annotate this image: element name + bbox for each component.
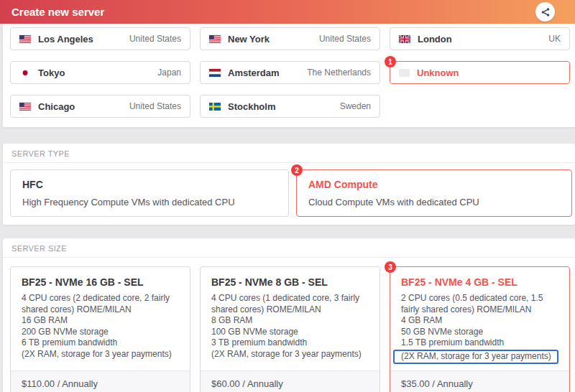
server-size-body: BF25 - NVMe 4 GB - SEL 2 CPU cores (0.5 … <box>390 267 569 370</box>
spec-payment-note-highlighted: (2X RAM, storage for 3 year payments) <box>401 349 558 365</box>
location-city: Unknown <box>417 67 459 78</box>
server-type-card-amd-compute[interactable]: 2 AMD Compute Cloud Compute VMs with ded… <box>296 169 572 217</box>
server-type-title: AMD Compute <box>308 179 560 190</box>
spec-cpu: 2 CPU cores (0.5 dedicated core, 1.5 fai… <box>401 293 558 315</box>
server-size-title: BF25 - NVMe 8 GB - SEL <box>211 276 369 288</box>
server-size-price: $110.00 / Annually <box>11 370 190 392</box>
location-city: New York <box>228 34 270 45</box>
server-type-label: SERVER TYPE <box>3 144 575 163</box>
unknown-flag-placeholder-icon <box>399 69 410 77</box>
server-type-title: HFC <box>22 179 277 190</box>
spec-storage: 200 GB NVMe storage <box>22 327 179 338</box>
spec-bandwidth: 3 TB premium bandwidth <box>211 337 369 349</box>
location-country: United States <box>129 34 181 44</box>
spec-ram: 4 GB RAM <box>401 315 558 327</box>
server-size-card-4gb[interactable]: 3 BF25 - NVMe 4 GB - SEL 2 CPU cores (0.… <box>390 266 570 392</box>
location-country: United States <box>129 101 181 111</box>
page-title: Create new server <box>12 6 535 18</box>
location-city: Stockholm <box>228 101 275 112</box>
server-size-card-8gb[interactable]: BF25 - NVMe 8 GB - SEL 4 CPU cores (1 de… <box>200 266 380 392</box>
location-country: Japan <box>157 67 181 78</box>
server-size-title: BF25 - NVMe 4 GB - SEL <box>401 276 558 288</box>
annotation-badge-2: 2 <box>291 164 303 176</box>
spec-storage: 50 GB NVMe storage <box>401 327 558 338</box>
server-size-panel: SERVER SIZE BF25 - NVMe 16 GB - SEL 4 CP… <box>3 238 575 392</box>
server-size-body: BF25 - NVMe 8 GB - SEL 4 CPU cores (1 de… <box>201 267 380 370</box>
location-card-chicago[interactable]: Chicago United States <box>10 95 190 118</box>
location-card-unknown[interactable]: 1 Unknown <box>390 61 570 84</box>
share-icon <box>540 7 551 17</box>
server-type-panel: SERVER TYPE HFC High Frequency Compute V… <box>3 144 575 225</box>
server-size-body: BF25 - NVMe 16 GB - SEL 4 CPU cores (2 d… <box>11 267 190 370</box>
spec-ram: 16 GB RAM <box>22 315 179 327</box>
spec-payment-note: (2X RAM, storage for 3 year payments) <box>22 349 179 360</box>
location-card-los-angeles[interactable]: Los Angeles United States <box>10 27 190 50</box>
location-country: The Netherlands <box>307 67 371 78</box>
location-city: London <box>418 34 452 45</box>
location-card-amsterdam[interactable]: Amsterdam The Netherlands <box>200 61 380 84</box>
spec-cpu: 4 CPU cores (1 dedicated core, 3 fairly … <box>211 293 369 315</box>
server-size-grid: BF25 - NVMe 16 GB - SEL 4 CPU cores (2 d… <box>3 258 575 392</box>
location-country: Sweden <box>340 101 371 111</box>
server-size-price: $35.00 / Annually <box>390 370 569 392</box>
location-city: Chicago <box>38 101 75 112</box>
server-size-card-16gb[interactable]: BF25 - NVMe 16 GB - SEL 4 CPU cores (2 d… <box>10 266 190 392</box>
share-button[interactable] <box>535 2 555 22</box>
uk-flag-icon <box>399 35 410 43</box>
locations-grid: Los Angeles United States New York Unite… <box>3 24 575 127</box>
spec-cpu: 4 CPU cores (2 dedicated core, 2 fairly … <box>22 293 179 315</box>
location-city: Tokyo <box>38 67 65 78</box>
server-size-title: BF25 - NVMe 16 GB - SEL <box>22 276 179 288</box>
spec-payment-note: (2X RAM, storage for 3 year payments) <box>211 349 369 360</box>
us-flag-icon <box>19 103 31 111</box>
server-type-description: High Frequency Compute VMs with dedicate… <box>22 197 277 207</box>
location-country: United States <box>319 34 371 44</box>
locations-panel: Los Angeles United States New York Unite… <box>3 24 575 127</box>
netherlands-flag-icon <box>209 69 221 77</box>
location-card-tokyo[interactable]: Tokyo Japan <box>10 61 190 84</box>
spec-storage: 100 GB NVMe storage <box>211 327 369 338</box>
annotation-badge-1: 1 <box>385 56 396 67</box>
location-city: Amsterdam <box>228 67 280 78</box>
spec-bandwidth: 6 TB premium bandwidth <box>22 337 179 349</box>
blue-highlight-box: (2X RAM, storage for 3 year payments) <box>393 350 558 365</box>
us-flag-icon <box>19 35 31 43</box>
sweden-flag-icon <box>209 103 221 111</box>
server-type-card-hfc[interactable]: HFC High Frequency Compute VMs with dedi… <box>10 169 289 217</box>
location-card-london[interactable]: London UK <box>390 27 570 50</box>
annotation-badge-3: 3 <box>385 261 396 273</box>
server-type-description: Cloud Compute VMs with dedicated CPU <box>308 197 560 207</box>
location-card-stockholm[interactable]: Stockholm Sweden <box>200 95 380 118</box>
server-type-grid: HFC High Frequency Compute VMs with dedi… <box>3 163 575 225</box>
modal-header: Create new server <box>0 0 575 24</box>
location-city: Los Angeles <box>38 34 93 45</box>
us-flag-icon <box>209 35 221 43</box>
location-country: UK <box>548 34 561 44</box>
spec-ram: 8 GB RAM <box>211 315 369 327</box>
japan-flag-icon <box>19 69 31 77</box>
server-size-label: SERVER SIZE <box>3 238 575 258</box>
location-card-new-york[interactable]: New York United States <box>200 27 380 50</box>
server-size-price: $60.00 / Annually <box>201 370 380 392</box>
spec-bandwidth: 1.5 TB premium bandwidth <box>401 337 558 349</box>
